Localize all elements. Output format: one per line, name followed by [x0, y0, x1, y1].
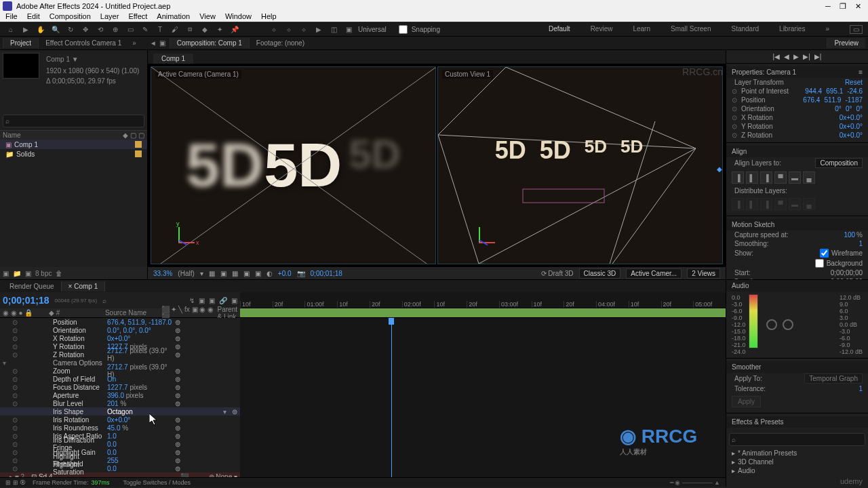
- stopwatch-icon[interactable]: ⊙: [732, 96, 738, 104]
- camera-handle-icon[interactable]: ◆: [717, 165, 722, 173]
- comp-breadcrumb[interactable]: Comp 1: [153, 54, 193, 64]
- eraser-tool-icon[interactable]: ◆: [199, 24, 210, 35]
- new-folder-icon[interactable]: 📁: [13, 270, 21, 277]
- stopwatch-icon[interactable]: ⊙: [12, 335, 18, 342]
- tab-comp-timeline[interactable]: × Comp 1: [61, 281, 106, 291]
- crumb-icon[interactable]: ▣: [159, 39, 165, 47]
- menu-layer[interactable]: Layer: [100, 12, 119, 22]
- menu-window[interactable]: Window: [225, 12, 252, 22]
- project-item-comp[interactable]: ▣ Comp 1: [0, 140, 147, 149]
- axis-view-icon[interactable]: ⟐: [298, 24, 309, 35]
- text-tool-icon[interactable]: T: [155, 24, 165, 35]
- preset-group[interactable]: ▸ Audio: [726, 466, 868, 475]
- align-left-icon[interactable]: ▐: [732, 171, 744, 184]
- snap-point-icon[interactable]: ▣: [343, 24, 354, 35]
- menu-effect[interactable]: Effect: [128, 12, 147, 22]
- region-icon[interactable]: ▣: [243, 270, 250, 277]
- next-frame-icon[interactable]: ▶|: [803, 53, 810, 60]
- axis-local-icon[interactable]: ⟐: [269, 24, 279, 35]
- orbit-tool-icon[interactable]: ↻: [65, 24, 76, 35]
- snapping-checkbox[interactable]: [399, 25, 408, 34]
- stopwatch-icon[interactable]: ⊙: [12, 392, 18, 399]
- stopwatch-icon[interactable]: ⊙: [12, 424, 18, 432]
- project-item-folder[interactable]: 📁 Solids: [0, 149, 147, 159]
- stopwatch-icon[interactable]: ⊙: [12, 432, 18, 440]
- comp-name[interactable]: Comp 1 ▼: [43, 53, 142, 66]
- tl-tool-icon[interactable]: 🔗: [219, 297, 227, 304]
- hand-tool-icon[interactable]: ✋: [35, 24, 46, 35]
- background-checkbox[interactable]: [815, 259, 824, 268]
- group-camera-options[interactable]: Camera Options: [53, 359, 107, 367]
- preset-group[interactable]: ▸ 3D Channel: [726, 458, 868, 466]
- snap-icon[interactable]: ▶: [313, 24, 324, 35]
- stopwatch-icon[interactable]: ⊙: [12, 343, 18, 350]
- menu-view[interactable]: View: [199, 12, 216, 22]
- tab-footage[interactable]: Footage: (none): [249, 38, 311, 48]
- delete-icon[interactable]: 🗑: [56, 270, 62, 277]
- tl-search-icon[interactable]: ⌕: [102, 297, 106, 304]
- res-dropdown[interactable]: (Half): [178, 270, 194, 277]
- selection-tool-icon[interactable]: ▶: [20, 24, 31, 35]
- toggle-switches[interactable]: Toggle Switches / Modes: [123, 479, 191, 486]
- stopwatch-icon[interactable]: ⊙: [12, 327, 18, 334]
- grid-icon[interactable]: ▦: [209, 270, 215, 277]
- prev-frame-icon[interactable]: ◀: [784, 53, 789, 60]
- mask-icon[interactable]: ▣: [220, 270, 226, 277]
- stopwatch-icon[interactable]: ⊙: [12, 375, 18, 383]
- new-comp-icon[interactable]: ▣: [25, 270, 31, 277]
- overflow-icon[interactable]: »: [825, 25, 829, 34]
- puppet-tool-icon[interactable]: 📌: [229, 24, 240, 35]
- roto-tool-icon[interactable]: ✦: [214, 24, 225, 35]
- reset-button[interactable]: Reset: [845, 79, 863, 86]
- draft3d-toggle[interactable]: ⟳ Draft 3D: [541, 270, 574, 277]
- menu-animation[interactable]: Animation: [157, 12, 190, 22]
- menu-composition[interactable]: Composition: [50, 12, 91, 22]
- stopwatch-icon[interactable]: ⊙: [12, 449, 18, 456]
- tab-composition[interactable]: Composition: Comp 1: [170, 38, 249, 48]
- home-icon[interactable]: ⌂: [5, 24, 16, 35]
- rectangle-tool-icon[interactable]: ▭: [125, 24, 136, 35]
- align-center-h-icon[interactable]: ▌: [746, 171, 758, 184]
- preset-group[interactable]: ▸ * Animation Presets: [726, 449, 868, 458]
- menu-file[interactable]: File: [5, 12, 18, 22]
- stopwatch-icon[interactable]: ⊙: [12, 441, 18, 448]
- tl-tool-icon[interactable]: ▣: [199, 297, 205, 304]
- minimize-button[interactable]: ─: [821, 2, 835, 10]
- brush-tool-icon[interactable]: 🖌: [170, 24, 180, 35]
- playhead[interactable]: [391, 318, 392, 477]
- tab-preview[interactable]: Preview: [827, 38, 865, 48]
- iris-shape-dropdown[interactable]: Octagon: [107, 408, 175, 415]
- tl-tool-icon[interactable]: ▣: [209, 297, 215, 304]
- stopwatch-icon[interactable]: ⊙: [12, 416, 18, 424]
- panel-menu-icon[interactable]: ≡: [859, 68, 863, 76]
- zoom-level[interactable]: 33.3%: [153, 270, 172, 277]
- channel-icon[interactable]: ▣: [255, 270, 261, 277]
- play-icon[interactable]: ▶: [793, 53, 799, 60]
- tl-tool-icon[interactable]: ↯: [189, 297, 195, 304]
- align-right-icon[interactable]: ▐: [760, 171, 772, 184]
- menu-edit[interactable]: Edit: [27, 12, 40, 22]
- last-frame-icon[interactable]: ▶|: [814, 53, 822, 60]
- tab-project[interactable]: Project: [3, 38, 38, 48]
- viewport-active-camera[interactable]: Active Camera (Camera 1) 5D5D5D y x: [151, 66, 436, 264]
- effects-search[interactable]: ⌕: [729, 433, 865, 446]
- smoother-apply-dropdown[interactable]: Temporal Graph: [804, 373, 863, 384]
- transparency-icon[interactable]: ▦: [232, 270, 238, 277]
- workspace-default[interactable]: Default: [549, 25, 570, 34]
- stopwatch-icon[interactable]: ⊙: [12, 400, 18, 407]
- tl-tool-icon[interactable]: ▣: [231, 297, 237, 304]
- wireframe-checkbox[interactable]: [820, 249, 829, 258]
- stopwatch-icon[interactable]: ⊙: [12, 384, 18, 391]
- pen-tool-icon[interactable]: ✎: [140, 24, 151, 35]
- align-target-dropdown[interactable]: Composition: [815, 158, 863, 168]
- exposure-icon[interactable]: ◐: [267, 270, 273, 277]
- interpret-icon[interactable]: ▣: [3, 270, 9, 277]
- stopwatch-icon[interactable]: ⊙: [12, 367, 18, 375]
- zoom-tool-icon[interactable]: 🔍: [50, 24, 61, 35]
- stopwatch-icon[interactable]: ⊙: [732, 87, 738, 95]
- tl-status-icon[interactable]: ⊞ ⊞ ⦿: [5, 479, 26, 486]
- timeline-track-area[interactable]: ◉ RRCG 人人素材: [240, 318, 726, 477]
- align-bottom-icon[interactable]: ▄: [803, 171, 815, 184]
- stopwatch-icon[interactable]: ⊙: [732, 131, 738, 139]
- close-button[interactable]: ✕: [850, 2, 865, 11]
